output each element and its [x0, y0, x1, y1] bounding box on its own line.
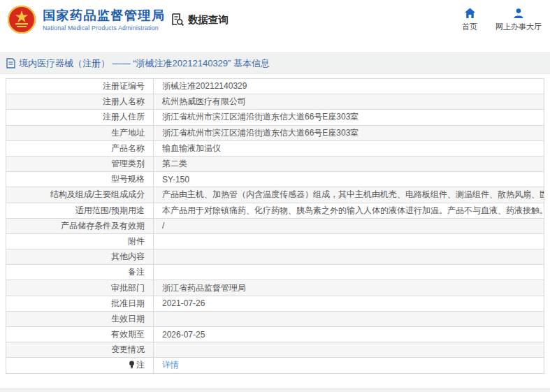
row-label: 备注 — [6, 265, 154, 280]
registration-info-table: 注册证编号 浙械注准20212140329 注册人名称 杭州热威医疗有限公司 注… — [6, 78, 544, 374]
registration-info-table-wrap: 注册证编号 浙械注准20212140329 注册人名称 杭州热威医疗有限公司 注… — [0, 74, 550, 374]
row-value: 浙江省药品监督管理局 — [154, 280, 544, 296]
footer-strip — [0, 389, 550, 392]
row-value: 浙江省杭州市滨江区浦沿街道东信大道66号E座303室 — [154, 125, 544, 140]
table-row: 注册人名称 杭州热威医疗有限公司 — [6, 94, 544, 110]
table-row: 附件 — [6, 233, 544, 249]
home-icon — [464, 8, 476, 19]
table-row: 结构及组成/主要组成成分 产品由主机、加热管（内含温度传感器）组成，其中主机由机… — [6, 187, 544, 203]
table-row: 注册证编号 浙械注准20212140329 — [6, 79, 544, 94]
row-value — [154, 233, 544, 249]
breadcrumb-text: 境内医疗器械（注册） —— “浙械注准20212140329” 基本信息 — [19, 57, 270, 70]
row-value: 2021-07-26 — [154, 296, 544, 311]
table-row: 审批部门 浙江省药品监督管理局 — [6, 280, 544, 296]
nav-item-label: 首页 — [462, 22, 477, 32]
row-label: 产品名称 — [6, 140, 154, 156]
breadcrumb-bar: 境内医疗器械（注册） —— “浙械注准20212140329” 基本信息 — [0, 52, 550, 74]
header: 国家药品监督管理局 National Medical Products Admi… — [0, 0, 550, 52]
table-row: 注 详情 — [6, 358, 544, 373]
document-search-icon — [171, 13, 184, 27]
agency-name-en: National Medical Products Administration — [43, 24, 166, 31]
table-row: 其他内容 — [6, 249, 544, 265]
info-table-body: 注册证编号 浙械注准20212140329 注册人名称 杭州热威医疗有限公司 注… — [6, 79, 544, 374]
row-value: 本产品用于对除镇痛药、化疗药物、胰岛素之外的输入人体的液体进行加温。产品不与血液… — [154, 203, 544, 218]
row-value — [154, 249, 544, 265]
row-label: 生产地址 — [6, 125, 154, 140]
row-label: 生效日期 — [6, 311, 154, 326]
row-value: SY-150 — [154, 172, 544, 187]
person-icon — [513, 8, 524, 19]
row-label: 注册人住所 — [6, 110, 154, 125]
table-row: 注册人住所 浙江省杭州市滨江区浦沿街道东信大道66号E座303室 — [6, 110, 544, 125]
row-value — [154, 265, 544, 280]
row-value: 杭州热威医疗有限公司 — [154, 94, 544, 110]
row-value: 浙械注准20212140329 — [154, 79, 544, 94]
top-nav: 首页 网上办事大厅 — [462, 8, 542, 32]
row-value: / — [154, 218, 544, 233]
table-row: 适用范围/预期用途 本产品用于对除镇痛药、化疗药物、胰岛素之外的输入人体的液体进… — [6, 203, 544, 218]
row-value: 浙江省杭州市滨江区浦沿街道东信大道66号E座303室 — [154, 110, 544, 125]
row-label: 型号规格 — [6, 172, 154, 187]
table-row: 有效期至 2026-07-25 — [6, 327, 544, 342]
table-row: 型号规格 SY-150 — [6, 172, 544, 187]
nav-item-service-hall[interactable]: 网上办事大厅 — [495, 8, 542, 32]
row-label: 注册证编号 — [6, 79, 154, 94]
row-value: 详情 — [154, 358, 544, 373]
row-label: 审批部门 — [6, 280, 154, 296]
row-label: 变更情况 — [6, 342, 154, 358]
table-row: 变更情况 — [6, 342, 544, 358]
table-row: 管理类别 第二类 — [6, 156, 544, 171]
table-row: 生效日期 — [6, 311, 544, 326]
row-label: 产品储存条件及有效期 — [6, 218, 154, 233]
row-label: 注册人名称 — [6, 94, 154, 110]
table-row: 产品名称 输血输液加温仪 — [6, 140, 544, 156]
row-value — [154, 311, 544, 326]
row-value: 输血输液加温仪 — [154, 140, 544, 156]
data-query-label: 数据查询 — [188, 13, 229, 27]
data-query-tab[interactable]: 数据查询 — [171, 13, 229, 27]
national-emblem-icon — [7, 5, 36, 34]
row-label: 附件 — [6, 233, 154, 249]
breadcrumb: 境内医疗器械（注册） —— “浙械注准20212140329” 基本信息 — [6, 57, 270, 70]
row-label: 有效期至 — [6, 327, 154, 342]
nav-item-label: 网上办事大厅 — [495, 22, 542, 32]
document-icon — [6, 58, 15, 68]
row-value: 第二类 — [154, 156, 544, 171]
row-value: 产品由主机、加热管（内含温度传感器）组成，其中主机由机壳、电路板组件、测温组件、… — [154, 187, 544, 203]
table-row: 产品储存条件及有效期 / — [6, 218, 544, 233]
table-row: 生产地址 浙江省杭州市滨江区浦沿街道东信大道66号E座303室 — [6, 125, 544, 140]
detail-link[interactable]: 详情 — [162, 360, 179, 370]
table-row: 备注 — [6, 265, 544, 280]
row-label: 适用范围/预期用途 — [6, 203, 154, 218]
agency-logo-group: 国家药品监督管理局 National Medical Products Admi… — [7, 5, 166, 34]
row-label: 管理类别 — [6, 156, 154, 171]
row-value — [154, 342, 544, 358]
row-label: 其他内容 — [6, 249, 154, 265]
row-label: 注 — [6, 358, 154, 373]
agency-title-block: 国家药品监督管理局 National Medical Products Admi… — [43, 8, 166, 31]
bulb-icon — [129, 361, 135, 369]
row-label: 结构及组成/主要组成成分 — [6, 187, 154, 203]
agency-name-cn: 国家药品监督管理局 — [43, 8, 166, 23]
nav-item-home[interactable]: 首页 — [462, 8, 477, 32]
row-label: 批准日期 — [6, 296, 154, 311]
row-value: 2026-07-25 — [154, 327, 544, 342]
table-row: 批准日期 2021-07-26 — [6, 296, 544, 311]
